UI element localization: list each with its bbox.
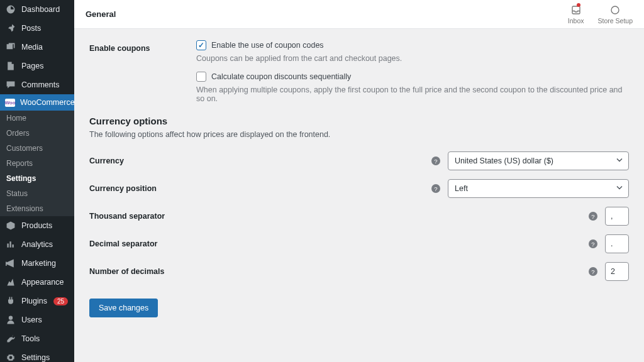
- currency-position-value: Left: [455, 184, 468, 193]
- save-changes-button[interactable]: Save changes: [89, 299, 158, 317]
- menu-label: Marketing: [21, 259, 56, 268]
- currency-value: United States (US) dollar ($): [455, 156, 553, 165]
- store-setup-button[interactable]: Store Setup: [598, 4, 633, 25]
- menu-settings[interactable]: Settings: [0, 348, 74, 362]
- currency-position-select[interactable]: Left: [448, 179, 629, 198]
- sequential-discounts-checkbox[interactable]: Calculate coupon discounts sequentially: [196, 72, 629, 82]
- help-icon[interactable]: ?: [589, 267, 597, 276]
- menu-media[interactable]: Media: [0, 38, 74, 57]
- currency-position-row: Currency position ? Left: [89, 179, 629, 198]
- woocommerce-submenu: Home Orders Customers Reports Settings S…: [0, 111, 74, 216]
- settings-icon: [5, 352, 16, 362]
- submenu-reports[interactable]: Reports: [0, 156, 74, 171]
- menu-label: Plugins: [21, 297, 47, 305]
- svg-point-2: [611, 6, 619, 14]
- menu-label: Appearance: [21, 278, 64, 287]
- menu-label: Analytics: [21, 240, 53, 249]
- menu-products[interactable]: Products: [0, 216, 74, 235]
- submenu-extensions[interactable]: Extensions: [0, 201, 74, 216]
- decimal-separator-input[interactable]: [605, 234, 629, 253]
- decimal-separator-row: Decimal separator ?: [89, 234, 629, 253]
- products-icon: [5, 220, 16, 231]
- settings-content: Enable coupons Enable the use of coupon …: [74, 29, 644, 329]
- menu-plugins[interactable]: Plugins 25: [0, 292, 74, 310]
- menu-label: Dashboard: [21, 5, 60, 14]
- menu-users[interactable]: Users: [0, 310, 74, 329]
- page-title: General: [86, 9, 116, 19]
- submenu-settings[interactable]: Settings: [0, 171, 74, 186]
- help-icon[interactable]: ?: [431, 156, 440, 165]
- admin-sidebar: Dashboard Posts Media Pages Comments Woo…: [0, 0, 74, 362]
- menu-marketing[interactable]: Marketing: [0, 254, 74, 273]
- sequential-discounts-desc: When applying multiple coupons, apply th…: [196, 85, 629, 103]
- plugins-update-badge: 25: [53, 297, 68, 305]
- inbox-label: Inbox: [568, 17, 584, 25]
- comment-icon: [5, 79, 16, 90]
- number-decimals-label: Number of decimals: [89, 267, 164, 276]
- menu-label: Comments: [21, 80, 59, 89]
- marketing-icon: [5, 258, 16, 269]
- decimal-separator-label: Decimal separator: [89, 239, 157, 248]
- chevron-down-icon: [616, 156, 623, 166]
- menu-tools[interactable]: Tools: [0, 329, 74, 348]
- menu-posts[interactable]: Posts: [0, 19, 74, 38]
- pin-icon: [5, 23, 16, 34]
- menu-pages[interactable]: Pages: [0, 57, 74, 75]
- number-decimals-input[interactable]: [605, 262, 629, 281]
- help-icon[interactable]: ?: [589, 212, 597, 221]
- menu-analytics[interactable]: Analytics: [0, 235, 74, 254]
- main-area: General Inbox Store Setup Enable coupons…: [74, 0, 644, 362]
- enable-coupons-row: Enable coupons Enable the use of coupon …: [89, 40, 629, 103]
- number-decimals-row: Number of decimals ?: [89, 262, 629, 281]
- store-setup-label: Store Setup: [598, 17, 633, 25]
- enable-coupons-desc: Coupons can be applied from the cart and…: [196, 54, 629, 63]
- currency-position-label: Currency position: [89, 184, 157, 193]
- menu-label: Pages: [21, 62, 43, 70]
- help-icon[interactable]: ?: [431, 184, 440, 193]
- users-icon: [5, 314, 16, 326]
- plugins-icon: [5, 295, 16, 307]
- menu-label: Users: [21, 315, 42, 324]
- checkbox-text: Calculate coupon discounts sequentially: [211, 72, 351, 81]
- checkbox-icon: [196, 72, 206, 82]
- inbox-button[interactable]: Inbox: [568, 4, 584, 25]
- help-icon[interactable]: ?: [589, 239, 597, 248]
- chevron-down-icon: [616, 184, 623, 194]
- currency-label: Currency: [89, 156, 124, 165]
- currency-row: Currency ? United States (US) dollar ($): [89, 151, 629, 170]
- topbar: General Inbox Store Setup: [74, 0, 644, 29]
- svg-rect-1: [572, 6, 580, 14]
- menu-comments[interactable]: Comments: [0, 75, 74, 94]
- submenu-orders[interactable]: Orders: [0, 126, 74, 141]
- menu-label: Media: [21, 43, 43, 52]
- woocommerce-icon: Woo: [5, 99, 15, 107]
- menu-label: Posts: [21, 24, 41, 33]
- menu-label: Products: [21, 221, 52, 230]
- menu-label: Settings: [21, 353, 50, 362]
- currency-select[interactable]: United States (US) dollar ($): [448, 151, 629, 170]
- thousand-separator-input[interactable]: [605, 207, 629, 226]
- submenu-customers[interactable]: Customers: [0, 141, 74, 156]
- dashboard-icon: [5, 4, 16, 15]
- enable-coupon-codes-checkbox[interactable]: Enable the use of coupon codes: [196, 40, 629, 50]
- thousand-separator-row: Thousand separator ?: [89, 207, 629, 226]
- submenu-home[interactable]: Home: [0, 111, 74, 126]
- submenu-status[interactable]: Status: [0, 186, 74, 201]
- page-icon: [5, 60, 16, 72]
- thousand-separator-label: Thousand separator: [89, 212, 165, 221]
- currency-options-subheading: The following options affect how prices …: [89, 130, 629, 139]
- store-setup-icon: [609, 4, 621, 16]
- menu-dashboard[interactable]: Dashboard: [0, 0, 74, 19]
- inbox-notification-dot: [577, 3, 580, 7]
- checkbox-text: Enable the use of coupon codes: [211, 41, 324, 50]
- menu-appearance[interactable]: Appearance: [0, 273, 74, 292]
- menu-label: WooCommerce: [20, 98, 75, 107]
- currency-options-heading: Currency options: [89, 116, 629, 126]
- checkbox-icon: [196, 40, 206, 50]
- analytics-icon: [5, 239, 16, 250]
- appearance-icon: [5, 277, 16, 288]
- tools-icon: [5, 333, 16, 344]
- enable-coupons-label: Enable coupons: [89, 40, 196, 53]
- menu-woocommerce[interactable]: Woo WooCommerce: [0, 94, 74, 111]
- menu-label: Tools: [21, 334, 40, 343]
